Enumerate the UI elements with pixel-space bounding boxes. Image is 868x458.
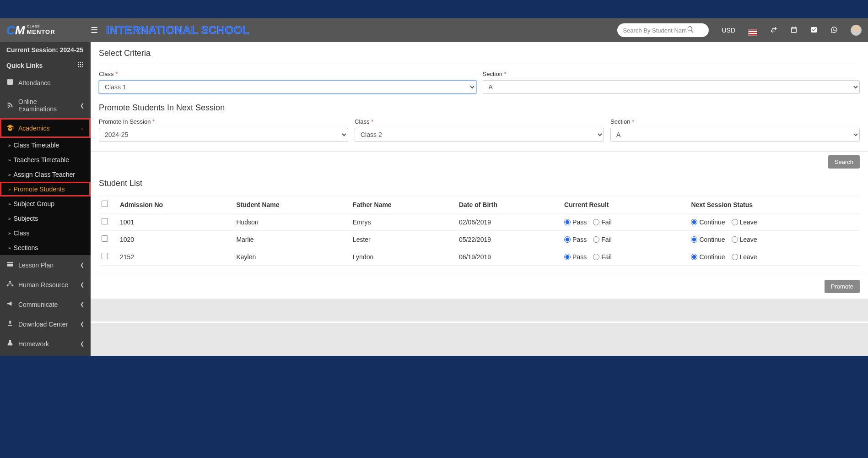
fail-radio[interactable] — [593, 236, 599, 243]
continue-radio-label[interactable]: Continue — [691, 253, 725, 261]
leave-radio[interactable] — [732, 254, 738, 260]
pass-radio[interactable] — [564, 236, 571, 243]
leave-radio[interactable] — [732, 236, 738, 243]
logo-area: CM CLASSMENTOR — [6, 23, 91, 38]
cell-admission: 1020 — [117, 231, 233, 248]
sidebar-item-download-center[interactable]: Download Center ❮ — [0, 314, 91, 334]
cell-dob: 05/22/2019 — [456, 231, 561, 248]
continue-radio[interactable] — [691, 254, 697, 260]
fail-radio-label[interactable]: Fail — [593, 236, 612, 243]
sub-teachers-timetable[interactable]: »Teachers Timetable — [0, 153, 91, 167]
bottom-band — [0, 356, 868, 388]
sub-class-timetable[interactable]: »Class Timetable — [0, 138, 91, 153]
row-checkbox[interactable] — [102, 253, 108, 259]
fail-radio-label[interactable]: Fail — [593, 218, 612, 226]
main-content: Select Criteria Class * Class 1 Section … — [91, 42, 868, 356]
sub-sections[interactable]: »Sections — [0, 240, 91, 255]
fail-radio[interactable] — [593, 254, 599, 260]
cell-father: Lester — [350, 231, 456, 248]
whatsapp-icon[interactable] — [830, 26, 838, 35]
megaphone-icon — [6, 300, 14, 309]
fail-radio-label[interactable]: Fail — [593, 253, 612, 261]
transfer-icon[interactable] — [770, 26, 777, 35]
promote-class-label: Class * — [355, 118, 604, 125]
continue-radio[interactable] — [691, 219, 697, 225]
sub-subjects[interactable]: »Subjects — [0, 211, 91, 226]
sub-label: Subject Group — [14, 200, 55, 207]
flag-icon[interactable] — [748, 25, 757, 36]
sidebar: Current Session: 2024-25 Quick Links Att… — [0, 42, 91, 356]
sub-class[interactable]: »Class — [0, 226, 91, 240]
sidebar-item-communicate[interactable]: Communicate ❮ — [0, 294, 91, 314]
sidebar-item-human-resource[interactable]: Human Resource ❮ — [0, 275, 91, 294]
promote-session-select[interactable]: 2024-25 — [99, 128, 348, 142]
promote-title: Promote Students In Next Session — [99, 103, 860, 113]
cell-student: Kaylen — [233, 248, 350, 266]
criteria-title: Select Criteria — [99, 49, 860, 58]
session-label: Current Session: 2024-25 — [0, 42, 91, 58]
check-icon[interactable] — [810, 26, 818, 35]
pass-radio[interactable] — [564, 219, 571, 225]
cell-dob: 02/06/2019 — [456, 213, 561, 231]
currency-label[interactable]: USD — [722, 27, 735, 34]
nav-label: Online Examinations — [18, 98, 75, 113]
col-dob: Date of Birth — [456, 196, 561, 213]
pass-radio-label[interactable]: Pass — [564, 253, 587, 261]
leave-radio-label[interactable]: Leave — [732, 253, 757, 261]
section-label: Section * — [483, 71, 860, 77]
continue-radio-label[interactable]: Continue — [691, 236, 725, 243]
sidebar-item-lesson-plan[interactable]: Lesson Plan ❮ — [0, 255, 91, 275]
clipboard-icon — [6, 78, 14, 87]
footer-bar — [91, 322, 868, 323]
quick-links[interactable]: Quick Links — [0, 58, 91, 73]
sub-label: Assign Class Teacher — [14, 171, 75, 178]
search-input[interactable] — [623, 27, 687, 34]
cap-icon — [6, 124, 14, 132]
table-row: 1020MarlieLester05/22/2019 Pass Fail Con… — [99, 231, 860, 248]
table-row: 1001HudsonEmrys02/06/2019 Pass Fail Cont… — [99, 213, 860, 231]
sub-label: Class — [14, 229, 30, 237]
leave-radio[interactable] — [732, 219, 738, 225]
pass-radio-label[interactable]: Pass — [564, 236, 587, 243]
leave-radio-label[interactable]: Leave — [732, 236, 757, 243]
sidebar-item-homework[interactable]: Homework ❮ — [0, 334, 91, 354]
col-father: Father Name — [350, 196, 456, 213]
student-table: Admission No Student Name Father Name Da… — [99, 196, 860, 266]
promote-button[interactable]: Promote — [825, 280, 860, 293]
sub-assign-class-teacher[interactable]: »Assign Class Teacher — [0, 167, 91, 182]
sub-promote-students[interactable]: »Promote Students — [0, 182, 91, 196]
grid-icon — [77, 61, 84, 70]
continue-radio-label[interactable]: Continue — [691, 218, 725, 226]
pass-radio-label[interactable]: Pass — [564, 218, 587, 226]
continue-radio[interactable] — [691, 236, 697, 243]
section-select[interactable]: A — [483, 80, 860, 94]
hamburger-icon[interactable]: ☰ — [91, 25, 98, 35]
col-result: Current Result — [561, 196, 688, 213]
leave-radio-label[interactable]: Leave — [732, 218, 757, 226]
sidebar-item-academics[interactable]: Academics ⌄ — [0, 118, 91, 138]
student-list-title: Student List — [99, 179, 860, 188]
logo[interactable]: CM CLASSMENTOR — [6, 23, 55, 38]
sidebar-item-online-exams[interactable]: Online Examinations ❮ — [0, 93, 91, 118]
calendar-icon[interactable] — [790, 26, 798, 35]
select-all-checkbox[interactable] — [102, 201, 108, 207]
search-box[interactable] — [617, 23, 709, 37]
cell-student: Hudson — [233, 213, 350, 231]
pass-radio[interactable] — [564, 254, 571, 260]
avatar-icon[interactable] — [851, 25, 862, 36]
class-select[interactable]: Class 1 — [99, 80, 476, 94]
row-checkbox[interactable] — [102, 218, 108, 224]
promote-section-select[interactable]: A — [610, 128, 860, 142]
sub-subject-group[interactable]: »Subject Group — [0, 196, 91, 211]
nav-label: Human Resource — [18, 281, 68, 289]
student-list-panel: Student List Admission No Student Name F… — [91, 172, 868, 274]
search-button[interactable]: Search — [828, 155, 860, 169]
card-icon — [6, 261, 14, 269]
search-icon[interactable] — [687, 26, 694, 35]
fail-radio[interactable] — [593, 219, 599, 225]
row-checkbox[interactable] — [102, 235, 108, 242]
nav-label: Communicate — [18, 301, 58, 308]
promote-class-select[interactable]: Class 2 — [355, 128, 604, 142]
nav-label: Lesson Plan — [18, 262, 54, 269]
sidebar-item-attendance[interactable]: Attendance — [0, 73, 91, 93]
